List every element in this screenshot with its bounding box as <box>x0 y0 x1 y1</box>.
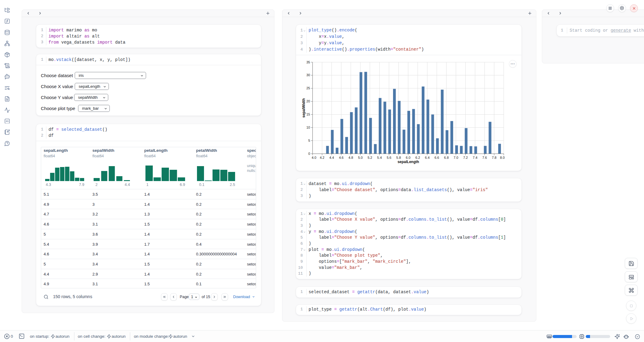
svg-text:sepalLength: sepalLength <box>398 160 419 164</box>
svg-text:7.0: 7.0 <box>454 156 458 159</box>
svg-text:5.6: 5.6 <box>387 156 391 159</box>
svg-text:7.8: 7.8 <box>492 156 496 159</box>
svg-text:7.4: 7.4 <box>473 156 477 159</box>
svg-text:5: 5 <box>308 139 310 142</box>
svg-text:30: 30 <box>306 73 310 77</box>
svg-text:4.0: 4.0 <box>312 156 316 159</box>
svg-text:35: 35 <box>306 60 310 64</box>
svg-text:4.8: 4.8 <box>349 156 353 159</box>
svg-text:6.8: 6.8 <box>444 156 449 159</box>
svg-text:5.2: 5.2 <box>367 156 372 159</box>
svg-text:6.2: 6.2 <box>415 156 420 159</box>
svg-text:sepalWidth: sepalWidth <box>302 98 306 118</box>
svg-text:10: 10 <box>306 126 310 129</box>
svg-text:15: 15 <box>306 112 310 116</box>
svg-text:6.6: 6.6 <box>435 156 439 159</box>
svg-text:5.4: 5.4 <box>377 156 382 159</box>
svg-text:4.2: 4.2 <box>320 156 324 159</box>
svg-text:6.0: 6.0 <box>406 156 410 159</box>
svg-text:20: 20 <box>306 99 310 103</box>
svg-text:6.4: 6.4 <box>425 156 430 159</box>
svg-text:5.8: 5.8 <box>396 156 401 159</box>
svg-text:7.6: 7.6 <box>482 156 487 159</box>
svg-text:8.0: 8.0 <box>500 156 505 159</box>
svg-text:7.2: 7.2 <box>463 156 468 159</box>
svg-text:5.0: 5.0 <box>358 156 363 159</box>
svg-text:4.6: 4.6 <box>339 156 343 159</box>
svg-text:25: 25 <box>306 86 310 90</box>
svg-text:0: 0 <box>308 152 310 155</box>
svg-text:4.4: 4.4 <box>329 156 334 159</box>
